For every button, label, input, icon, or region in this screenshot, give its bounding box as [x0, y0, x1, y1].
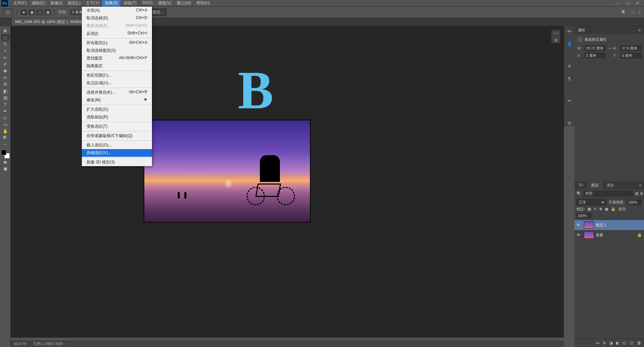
panel-collapse-icon[interactable]: « ×: [551, 30, 560, 36]
zoom-level[interactable]: 80.67%: [14, 342, 26, 346]
menu-item[interactable]: 隔离图层: [82, 62, 152, 70]
menu-视图[interactable]: 视图(V): [155, 0, 174, 7]
layer-row[interactable]: 👁背景🔒: [575, 230, 644, 240]
libraries-panel-icon[interactable]: ◎: [566, 119, 573, 126]
menu-文件[interactable]: 文件(F): [11, 0, 29, 7]
search-icon[interactable]: 🔍: [621, 10, 626, 15]
lasso-tool-icon[interactable]: ✎: [1, 41, 10, 47]
menu-窗口[interactable]: 窗口(W): [174, 0, 194, 7]
hand-tool-icon[interactable]: ✋: [1, 128, 10, 134]
paragraph-panel-icon[interactable]: ¶: [566, 75, 573, 82]
close-icon[interactable]: ✕: [636, 1, 639, 6]
menu-item[interactable]: 色彩范围(C)...: [82, 72, 152, 79]
eraser-tool-icon[interactable]: ◧: [1, 88, 10, 94]
link-wh-icon[interactable]: ⊶: [608, 46, 611, 50]
menu-item[interactable]: 焦点区域(U)...: [82, 79, 152, 87]
group-icon[interactable]: 🗀: [623, 341, 627, 345]
selection-add-icon[interactable]: ▣: [28, 9, 35, 15]
menu-编辑[interactable]: 编辑(E): [29, 0, 48, 7]
image-canvas[interactable]: [144, 120, 311, 223]
layer-thumbnail[interactable]: [584, 231, 594, 239]
lock-all-icon[interactable]: 🔒: [611, 207, 616, 211]
lock-artboard-icon[interactable]: ▣: [605, 207, 608, 211]
lock-transparent-icon[interactable]: ▦: [588, 207, 591, 211]
pen-tool-icon[interactable]: ✒: [1, 108, 10, 114]
character-panel-icon[interactable]: 👤: [566, 40, 573, 47]
collapsed-panel[interactable]: « × ▤: [551, 29, 560, 43]
zoom-tool-icon[interactable]: 🔍: [1, 134, 10, 141]
menu-图层[interactable]: 图层(L): [65, 0, 84, 7]
share-icon[interactable]: ⇪: [638, 10, 641, 15]
w-input[interactable]: [585, 45, 606, 51]
properties-panel-header[interactable]: 属性 ≡: [575, 26, 644, 34]
y-input[interactable]: [621, 53, 641, 58]
visibility-icon[interactable]: 👁: [577, 223, 582, 227]
brush-panel-icon[interactable]: ✏: [566, 27, 573, 35]
menu-item[interactable]: 全部(A)Ctrl+A: [82, 7, 152, 14]
maximize-icon[interactable]: ▭: [626, 1, 630, 6]
fill-input[interactable]: [577, 213, 591, 218]
menu-item[interactable]: 变换选区(T): [82, 123, 152, 130]
document-tab[interactable]: IMG_1004.JPG @ 100% (图层 1, RGB/8) * ×: [11, 18, 94, 26]
layer-name[interactable]: 图层 1: [596, 223, 642, 228]
status-chevron-icon[interactable]: ›: [70, 342, 71, 346]
clone-stamp-tool-icon[interactable]: ⧉: [1, 81, 10, 88]
eyedropper-tool-icon[interactable]: ✐: [1, 61, 10, 68]
menu-item[interactable]: 反选(I)Shift+Ctrl+I: [82, 30, 152, 37]
menu-item[interactable]: 存储选区(V)...: [82, 149, 152, 157]
adjustment-icon[interactable]: ◐: [616, 341, 619, 345]
filter-adjust-icon[interactable]: ◐: [640, 191, 644, 196]
tool-preset-icon[interactable]: ◻: [3, 9, 13, 16]
selection-intersect-icon[interactable]: ▦: [44, 9, 51, 15]
mask-icon[interactable]: ◑: [609, 341, 613, 345]
h-input[interactable]: [621, 45, 641, 51]
menu-item[interactable]: 所有图层(L)Alt+Ctrl+A: [82, 39, 152, 47]
foreground-color[interactable]: [1, 150, 6, 155]
menu-item[interactable]: 新建 3D 模型(3): [82, 158, 152, 166]
menu-图像[interactable]: 图像(I): [48, 0, 65, 7]
history-icon[interactable]: ▤: [551, 36, 560, 43]
magic-wand-tool-icon[interactable]: ✧: [1, 47, 10, 54]
menu-item[interactable]: 取消选择(D)Ctrl+D: [82, 14, 152, 22]
lock-paint-icon[interactable]: ✎: [594, 207, 597, 211]
menu-帮助[interactable]: 帮助(H): [194, 0, 213, 7]
quick-mask-icon[interactable]: ◙: [1, 158, 10, 165]
menu-item[interactable]: 选取相似(R): [82, 113, 152, 121]
layer-name[interactable]: 背景: [596, 233, 635, 238]
more-tools-icon[interactable]: ⋯: [1, 141, 10, 148]
type-panel-icon[interactable]: A: [566, 62, 573, 70]
healing-brush-tool-icon[interactable]: ✚: [1, 68, 10, 74]
marquee-tool-icon[interactable]: ◻: [1, 34, 10, 41]
link-layers-icon[interactable]: ⊶: [596, 341, 600, 345]
menu-滤镜[interactable]: 滤镜(T): [121, 0, 139, 7]
screen-mode-icon[interactable]: ▣: [1, 165, 10, 172]
path-select-tool-icon[interactable]: ▷: [1, 114, 10, 121]
gradient-tool-icon[interactable]: ▤: [1, 94, 10, 101]
filter-pixel-icon[interactable]: ▦: [635, 191, 638, 196]
delete-layer-icon[interactable]: 🗑: [637, 341, 641, 345]
panel-tab-通道[interactable]: 通道: [603, 182, 618, 189]
lock-position-icon[interactable]: ✥: [599, 207, 602, 211]
minimize-icon[interactable]: ―: [615, 1, 620, 6]
type-tool-icon[interactable]: T: [1, 101, 10, 108]
workspace-icon[interactable]: ▭: [630, 10, 634, 15]
menu-item[interactable]: 查找图层Alt+Shift+Ctrl+F: [82, 54, 152, 62]
menu-item[interactable]: 修改(M)▶: [82, 96, 152, 104]
menu-选择[interactable]: 选择(S): [102, 0, 121, 7]
opacity-input[interactable]: [627, 200, 642, 205]
panel-tab-3D[interactable]: 3D: [575, 182, 587, 189]
filter-type-select[interactable]: [584, 191, 633, 196]
menu-item[interactable]: 扩大选取(G): [82, 106, 152, 113]
menu-item[interactable]: 载入选区(O)...: [82, 141, 152, 149]
x-input[interactable]: [585, 53, 606, 58]
panel-menu-icon[interactable]: ≡: [639, 28, 641, 32]
menu-文字[interactable]: 文字(Y): [83, 0, 102, 7]
color-swatch[interactable]: [1, 150, 10, 158]
blend-mode-select[interactable]: 正常: [577, 199, 606, 205]
menu-item[interactable]: 取消选择图层(S): [82, 47, 152, 54]
adjust-panel-icon[interactable]: ✂: [566, 97, 573, 104]
brush-tool-icon[interactable]: ✏: [1, 74, 10, 81]
panel-tab-图层[interactable]: 图层: [587, 182, 603, 189]
fx-icon[interactable]: fx: [603, 341, 606, 345]
selection-subtract-icon[interactable]: ▢: [36, 9, 43, 15]
